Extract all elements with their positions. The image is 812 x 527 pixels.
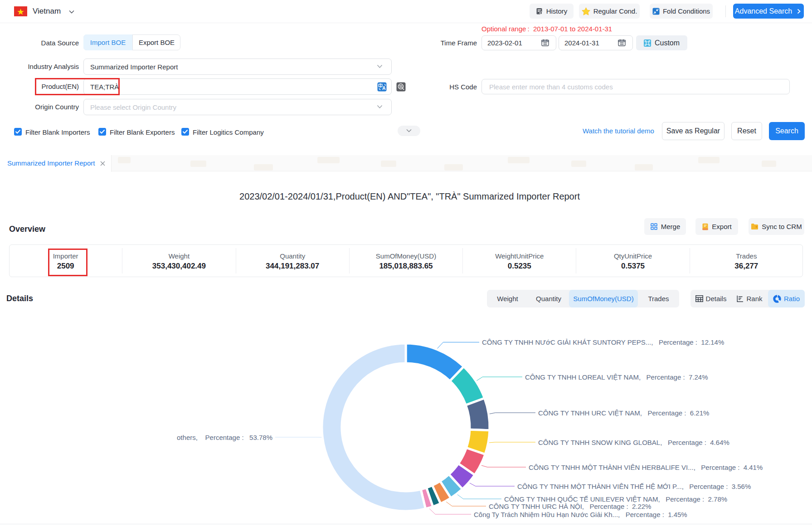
svg-text:A: A	[382, 85, 386, 91]
